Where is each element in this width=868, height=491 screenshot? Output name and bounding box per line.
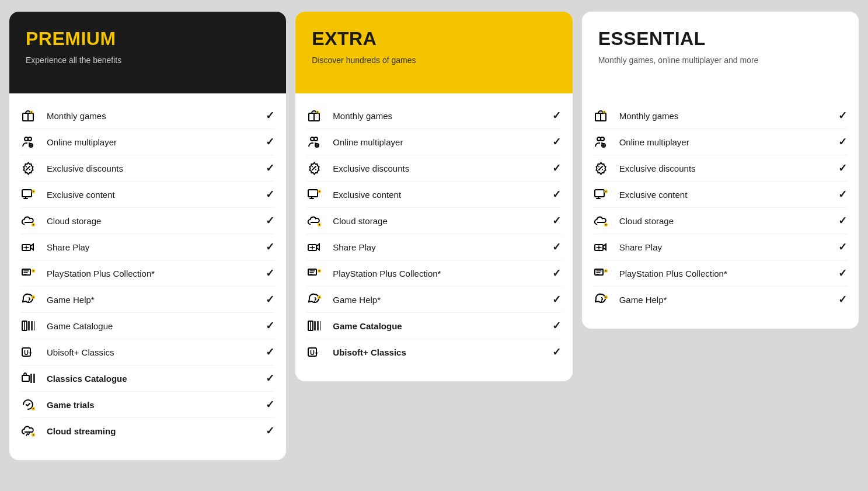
svg-point-35 [314,301,315,302]
feature-checkmark: ✓ [552,346,561,358]
plan-card-extra: EXTRADiscover hundreds of gamesMonthly g… [295,12,572,381]
svg-rect-40 [320,321,321,330]
svg-rect-16 [34,321,35,330]
feature-row: U+Ubisoft+ Classics✓ [307,339,560,365]
feature-row: Classics Catalogue✓ [21,365,274,392]
plan-subtitle-extra: Discover hundreds of games [312,55,556,65]
feature-label: Ubisoft+ Classics [333,347,547,357]
feature-label: Exclusive discounts [47,163,261,173]
feature-icon-7 [21,292,47,307]
feature-icon-3 [307,187,333,201]
feature-checkmark: ✓ [266,241,274,253]
feature-label: Online multiplayer [333,137,547,147]
feature-label: Game trials [47,400,261,410]
feature-icon-1 [307,135,333,149]
svg-rect-20 [30,374,32,383]
feature-row: PlayStation Plus Collection*✓ [594,260,847,287]
plan-title-essential: ESSENTIAL [598,28,842,50]
feature-checkmark: ✓ [838,293,847,306]
feature-icon-9: U+ [307,345,333,359]
feature-row: Monthly games✓ [594,103,847,129]
feature-icon-0 [21,109,47,123]
feature-checkmark: ✓ [266,162,274,175]
feature-row: Cloud streaming✓ [21,418,274,444]
feature-icon-0 [594,109,619,123]
feature-row: Game trials✓ [21,392,274,418]
feature-checkmark: ✓ [552,188,561,201]
feature-icon-2 [21,161,47,175]
plan-card-essential: ESSENTIALMonthly games, online multiplay… [582,12,859,329]
feature-label: Share Play [47,242,261,252]
feature-label: Exclusive content [47,190,261,200]
feature-icon-5 [594,240,619,254]
feature-label: Online multiplayer [619,137,834,147]
plan-header-premium: PREMIUMExperience all the benefits [9,12,286,93]
svg-rect-39 [317,321,319,330]
feature-row: Monthly games✓ [21,103,274,129]
feature-checkmark: ✓ [838,267,847,280]
feature-checkmark: ✓ [266,398,274,411]
feature-row: Game Help*✓ [21,287,274,313]
plan-title-premium: PREMIUM [26,28,270,50]
feature-checkmark: ✓ [838,241,847,253]
svg-point-27 [314,137,318,141]
feature-icon-6 [594,266,619,280]
feature-row: PlayStation Plus Collection*✓ [307,260,560,287]
feature-icon-0 [307,109,333,123]
feature-label: PlayStation Plus Collection* [47,269,261,278]
feature-row: Game Help*✓ [594,287,847,312]
plan-title-extra: EXTRA [312,28,556,50]
plan-header-extra: EXTRADiscover hundreds of games [295,12,572,93]
feature-checkmark: ✓ [838,162,847,175]
feature-label: Monthly games [47,111,261,121]
feature-row: Online multiplayer✓ [21,129,274,155]
feature-icon-11 [21,398,47,412]
feature-label: Cloud storage [47,216,261,226]
plan-subtitle-premium: Experience all the benefits [26,55,270,65]
feature-checkmark: ✓ [838,109,847,122]
feature-checkmark: ✓ [266,267,274,280]
feature-checkmark: ✓ [552,293,561,306]
feature-checkmark: ✓ [266,214,274,227]
feature-label: Ubisoft+ Classics [47,347,261,357]
feature-row: Monthly games✓ [307,103,560,129]
feature-icon-2 [307,161,333,175]
feature-icon-1 [594,135,619,149]
feature-icon-8 [21,319,47,333]
svg-rect-5 [22,190,32,197]
feature-icon-6 [307,266,333,280]
svg-rect-48 [595,190,604,197]
feature-icon-12 [21,424,47,438]
feature-row: Exclusive discounts✓ [594,155,847,182]
feature-label: PlayStation Plus Collection* [619,269,834,278]
svg-rect-15 [31,321,33,330]
feature-label: Share Play [619,242,834,252]
feature-icon-5 [21,240,47,254]
feature-checkmark: ✓ [838,214,847,227]
feature-label: Cloud streaming [47,426,261,436]
svg-rect-21 [33,374,35,383]
feature-row: Game Catalogue✓ [307,313,560,339]
feature-label: Game Help* [333,295,547,305]
feature-checkmark: ✓ [266,135,274,148]
feature-label: PlayStation Plus Collection* [333,269,547,278]
svg-point-11 [28,301,29,302]
plans-container: PREMIUMExperience all the benefitsMonthl… [9,12,859,460]
feature-label: Exclusive content [619,190,834,200]
feature-icon-3 [594,187,619,201]
feature-row: Exclusive discounts✓ [21,155,274,182]
svg-rect-19 [22,375,29,381]
svg-point-54 [601,301,602,302]
feature-icon-4 [307,214,333,228]
svg-rect-29 [308,190,318,197]
plan-features-premium: Monthly games✓Online multiplayer✓Exclusi… [9,93,286,460]
feature-checkmark: ✓ [552,241,561,253]
feature-row: Game Help*✓ [307,287,560,313]
feature-label: Cloud storage [333,216,547,226]
feature-checkmark: ✓ [266,424,274,437]
feature-checkmark: ✓ [266,293,274,306]
feature-row: Cloud storage✓ [21,208,274,234]
feature-checkmark: ✓ [838,188,847,201]
feature-label: Game Catalogue [47,321,261,331]
feature-label: Game Catalogue [333,321,547,331]
